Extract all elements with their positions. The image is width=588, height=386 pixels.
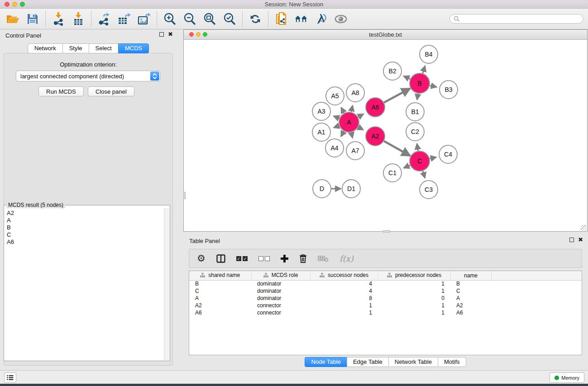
graph-node-A1[interactable]: A1 [312,123,330,141]
zoom-fit-icon[interactable] [203,12,216,26]
table-cell[interactable]: 1 [310,309,378,316]
table-row[interactable]: Bdominator41B [189,280,582,287]
refresh-icon[interactable] [249,12,262,26]
graph-node-C[interactable]: C [410,151,430,171]
graph-node-A3[interactable]: A3 [312,102,330,120]
table-cell[interactable]: A6 [189,309,251,316]
graph-node-A2[interactable]: A2 [366,127,385,146]
open-file-icon[interactable] [6,12,19,26]
close-panel-icon[interactable]: ✖ [168,32,173,37]
table-cell[interactable]: A2 [189,302,251,309]
delete-table-icon[interactable] [318,255,329,262]
graph-node-C3[interactable]: C3 [420,181,438,199]
graph-node-B[interactable]: B [410,73,430,93]
table-row[interactable]: Adominator80A [189,295,582,302]
edge-C-C2[interactable] [417,144,418,151]
table-cell[interactable]: connector [251,302,310,309]
mcds-result-item[interactable]: A2 [7,210,164,217]
table-cell[interactable]: dominator [251,295,310,302]
edge-A2-C[interactable] [384,141,410,156]
export-image-icon[interactable] [137,12,151,26]
node-table[interactable]: shared nameMCDS rolesuccessor nodesprede… [189,271,582,355]
edge-A-A7[interactable] [351,132,353,138]
control-tab-select[interactable]: Select [89,43,118,53]
table-cell[interactable]: A [450,295,491,302]
run-mcds-button[interactable]: Run MCDS [38,86,84,96]
edge-A-A8[interactable] [351,105,353,112]
table-cell[interactable]: 1 [378,280,450,287]
edge-C-C3[interactable] [423,171,425,178]
network-view-titlebar[interactable]: testGlobe.txt [184,30,587,40]
zoom-in-icon[interactable] [163,12,177,26]
table-cell[interactable]: C [450,287,491,295]
column-header-shared-name[interactable]: shared name [189,271,251,280]
graph-node-B4[interactable]: B4 [420,45,438,63]
edge-A-A2[interactable] [358,127,363,130]
table-tab-network-table[interactable]: Network Table [388,357,438,367]
mcds-result-list[interactable]: A2ABCA6 [5,208,164,360]
edge-A6-B[interactable] [384,88,410,102]
show-panels-button[interactable] [4,372,16,383]
clone-network-icon[interactable] [274,12,288,26]
mcds-result-item[interactable]: A6 [7,238,164,246]
table-cell[interactable]: dominator [251,287,310,295]
float-panel-icon[interactable] [159,32,164,37]
graph-node-A7[interactable]: A7 [346,142,364,160]
save-session-icon[interactable] [26,12,39,26]
hide-graphics-icon[interactable] [314,12,328,26]
float-table-panel-icon[interactable] [569,238,574,242]
table-cell[interactable]: B [189,280,251,287]
edge-A-A1[interactable] [334,126,339,128]
table-cell[interactable]: A2 [450,302,491,309]
table-cell[interactable]: connector [251,309,310,316]
memory-button[interactable]: Memory [550,372,584,383]
delete-column-icon[interactable] [299,254,307,263]
column-selector-icon[interactable] [216,254,225,263]
first-neighbors-icon[interactable] [294,12,308,26]
graph-node-A6[interactable]: A6 [366,98,385,117]
edge-B-B2[interactable] [404,76,410,79]
table-tab-motifs[interactable]: Motifs [438,357,466,367]
search-input[interactable] [461,16,579,22]
mcds-result-item[interactable]: B [7,224,164,231]
criterion-dropdown[interactable]: largest connected component (directed) [16,71,161,81]
control-tab-mcds[interactable]: MCDS [118,43,149,53]
network-graph[interactable]: AA6A2BCA5A8A3A1A4A7B4B2B3B1C2C4C1C3DD1 [184,40,587,232]
close-panel-button[interactable]: Close panel [88,86,134,96]
add-column-icon[interactable] [281,255,288,262]
resize-grip-icon[interactable] [581,225,587,231]
table-cell[interactable]: 1 [378,302,450,309]
table-tab-edge-table[interactable]: Edge Table [347,357,388,367]
edge-A-A5[interactable] [341,108,344,113]
import-table-icon[interactable] [72,12,85,26]
column-header-name[interactable]: name [450,271,491,280]
table-cell[interactable]: 8 [310,295,378,302]
table-cell[interactable]: 0 [378,295,450,302]
deselect-all-icon[interactable] [258,256,270,261]
edge-A-A3[interactable] [334,116,339,119]
table-cell[interactable]: 1 [378,309,450,316]
network-canvas[interactable]: AA6A2BCA5A8A3A1A4A7B4B2B3B1C2C4C1C3DD1 [184,40,587,231]
splitter-handle-horizontal[interactable] [383,230,390,233]
close-table-panel-icon[interactable]: ✖ [578,238,583,242]
table-cell[interactable]: dominator [251,280,310,287]
graph-node-A8[interactable]: A8 [346,84,364,102]
show-graphics-icon[interactable] [334,12,348,26]
table-cell[interactable]: A6 [450,309,491,316]
edge-C-C4[interactable] [430,157,436,158]
table-cell[interactable]: 4 [310,280,378,287]
table-cell[interactable]: B [450,280,491,287]
mcds-result-scrollbar[interactable] [164,208,169,360]
export-table-icon[interactable] [117,12,131,26]
table-cell[interactable]: 4 [310,287,378,295]
table-cell[interactable]: A [189,295,251,302]
graph-node-B1[interactable]: B1 [406,103,424,121]
table-row[interactable]: A6connector11A6 [189,309,582,316]
graph-node-A5[interactable]: A5 [326,87,344,105]
column-header-predecessor-nodes[interactable]: predecessor nodes [378,271,450,280]
search-box[interactable] [449,14,583,24]
graph-node-B3[interactable]: B3 [440,81,458,99]
column-header-successor-nodes[interactable]: successor nodes [310,271,378,280]
export-network-icon[interactable] [97,12,111,26]
control-tab-style[interactable]: Style [62,43,89,53]
